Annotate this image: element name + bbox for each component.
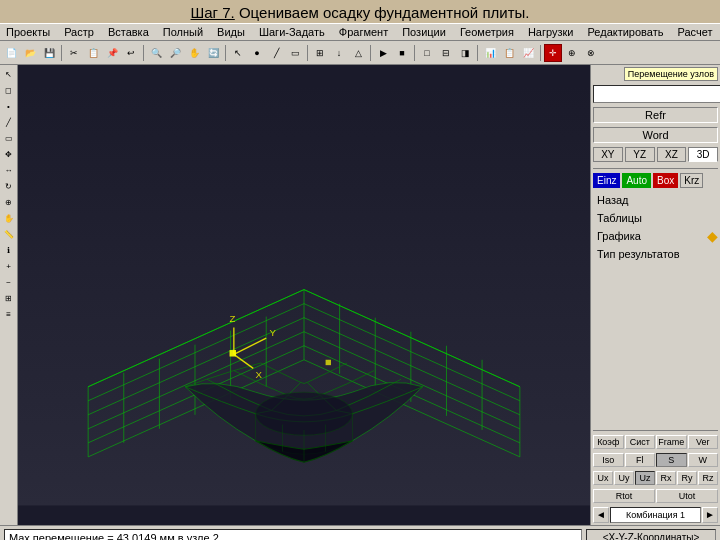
left-icon-measure[interactable]: 📏 [2, 227, 16, 241]
left-icon-node[interactable]: • [2, 99, 16, 113]
menu-edit[interactable]: Редактировать [583, 25, 667, 39]
tb-graph[interactable]: 📈 [519, 44, 537, 62]
tb-wire[interactable]: ⊟ [437, 44, 455, 62]
btn-fl[interactable]: Fl [625, 453, 656, 467]
btn-w[interactable]: W [688, 453, 719, 467]
btn-rtot[interactable]: Rtot [593, 489, 655, 503]
tb-open[interactable]: 📂 [21, 44, 39, 62]
tb-rotate[interactable]: 🔄 [204, 44, 222, 62]
btn-ry[interactable]: Ry [677, 471, 697, 485]
tb-support[interactable]: △ [349, 44, 367, 62]
tb-new[interactable]: 📄 [2, 44, 20, 62]
menu-graphics[interactable]: Графика [593, 228, 703, 244]
refr-button[interactable]: Refr [593, 107, 718, 123]
tb-zoomout[interactable]: 🔎 [166, 44, 184, 62]
left-icon-scale[interactable]: ↔ [2, 163, 16, 177]
menu-insert[interactable]: Вставка [104, 25, 153, 39]
nav-next-btn[interactable]: ► [702, 507, 718, 523]
btn-uz[interactable]: Uz [635, 471, 655, 485]
menu-full[interactable]: Полный [159, 25, 207, 39]
tb-save[interactable]: 💾 [40, 44, 58, 62]
left-icon-line[interactable]: ╱ [2, 115, 16, 129]
word-button[interactable]: Word [593, 127, 718, 143]
step-underline: Шаг 7. [191, 4, 235, 21]
svg-text:X: X [255, 369, 262, 380]
btn-koef[interactable]: Коэф [593, 435, 624, 449]
menu-fragment[interactable]: Фрагмент [335, 25, 392, 39]
tb-table[interactable]: 📋 [500, 44, 518, 62]
tb-shade[interactable]: ◨ [456, 44, 474, 62]
svg-text:Y: Y [269, 327, 276, 338]
menu-loads[interactable]: Нагрузки [524, 25, 578, 39]
tab-auto[interactable]: Auto [622, 173, 651, 188]
tb-zoomin[interactable]: 🔍 [147, 44, 165, 62]
tb-cut[interactable]: ✂ [65, 44, 83, 62]
tab-xz[interactable]: XZ [657, 147, 687, 162]
menu-projects[interactable]: Проекты [2, 25, 54, 39]
menu-back[interactable]: Назад [593, 192, 718, 208]
tb-cursor[interactable]: ✛ [544, 44, 562, 62]
left-icon-layer[interactable]: ≡ [2, 307, 16, 321]
menu-raster[interactable]: Растр [60, 25, 98, 39]
tb-extra2[interactable]: ⊗ [582, 44, 600, 62]
tab-einz[interactable]: Einz [593, 173, 620, 188]
tb-pan[interactable]: ✋ [185, 44, 203, 62]
tab-3d[interactable]: 3D [688, 147, 718, 162]
tb-sep8 [540, 45, 541, 61]
menu-result-type[interactable]: Тип результатов [593, 246, 718, 262]
left-icon-rect[interactable]: ▭ [2, 131, 16, 145]
view-tabs-row: XY YZ XZ 3D [593, 147, 718, 162]
btn-s[interactable]: S [656, 453, 687, 467]
btn-rx[interactable]: Rx [656, 471, 676, 485]
left-icon-info[interactable]: ℹ [2, 243, 16, 257]
menu-views[interactable]: Виды [213, 25, 249, 39]
menubar: Проекты Растр Вставка Полный Виды Шаги-З… [0, 23, 720, 41]
left-icon-arrow[interactable]: ↖ [2, 67, 16, 81]
tb-extra1[interactable]: ⊕ [563, 44, 581, 62]
viewport[interactable]: Y Z X [18, 65, 590, 525]
tb-undo[interactable]: ↩ [122, 44, 140, 62]
tb-results[interactable]: 📊 [481, 44, 499, 62]
tb-stop[interactable]: ■ [393, 44, 411, 62]
left-icon-zoom[interactable]: ⊕ [2, 195, 16, 209]
btn-ver[interactable]: Ver [688, 435, 719, 449]
tab-yz[interactable]: YZ [625, 147, 655, 162]
tb-load[interactable]: ↓ [330, 44, 348, 62]
tab-krz[interactable]: Krz [680, 173, 703, 188]
left-icon-minus[interactable]: − [2, 275, 16, 289]
svg-rect-44 [230, 350, 236, 356]
tb-paste[interactable]: 📌 [103, 44, 121, 62]
tab-xy[interactable]: XY [593, 147, 623, 162]
tb-poly[interactable]: ▭ [286, 44, 304, 62]
btn-iso[interactable]: Iso [593, 453, 624, 467]
menu-tables[interactable]: Таблицы [593, 210, 718, 226]
tb-select[interactable]: ↖ [229, 44, 247, 62]
btn-rz[interactable]: Rz [698, 471, 718, 485]
btn-ux[interactable]: Ux [593, 471, 613, 485]
left-icon-plus[interactable]: + [2, 259, 16, 273]
left-icon-move[interactable]: ✥ [2, 147, 16, 161]
tb-iso[interactable]: □ [418, 44, 436, 62]
tb-run[interactable]: ▶ [374, 44, 392, 62]
left-icon-rotate2[interactable]: ↻ [2, 179, 16, 193]
panel-input-field[interactable] [593, 85, 720, 103]
tb-node[interactable]: ● [248, 44, 266, 62]
left-sidebar: ↖ ◻ • ╱ ▭ ✥ ↔ ↻ ⊕ ✋ 📏 ℹ + − ⊞ ≡ [0, 65, 18, 525]
left-icon-pan2[interactable]: ✋ [2, 211, 16, 225]
menu-calc[interactable]: Расчет [673, 25, 716, 39]
tb-mesh[interactable]: ⊞ [311, 44, 329, 62]
menu-geometry[interactable]: Геометрия [456, 25, 518, 39]
left-icon-select[interactable]: ◻ [2, 83, 16, 97]
btn-utot[interactable]: Utot [656, 489, 718, 503]
btn-frame[interactable]: Frame [656, 435, 687, 449]
toolbar: 📄 📂 💾 ✂ 📋 📌 ↩ 🔍 🔎 ✋ 🔄 ↖ ● ╱ ▭ ⊞ ↓ △ ▶ ■ … [0, 41, 720, 65]
tb-copy[interactable]: 📋 [84, 44, 102, 62]
btn-sist[interactable]: Сист [625, 435, 656, 449]
nav-prev-btn[interactable]: ◄ [593, 507, 609, 523]
btn-uy[interactable]: Uy [614, 471, 634, 485]
tab-box[interactable]: Box [653, 173, 678, 188]
tb-line[interactable]: ╱ [267, 44, 285, 62]
menu-positions[interactable]: Позиции [398, 25, 450, 39]
menu-steps[interactable]: Шаги-Задать [255, 25, 329, 39]
left-icon-grid[interactable]: ⊞ [2, 291, 16, 305]
